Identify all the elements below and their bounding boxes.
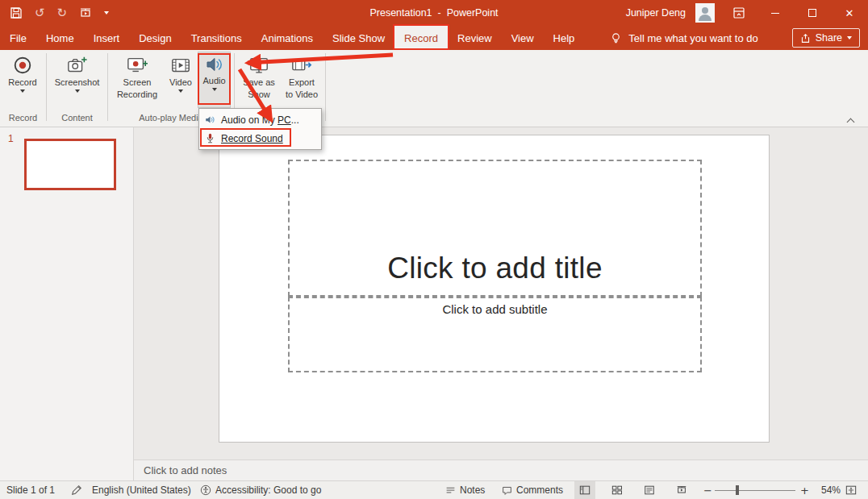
export-to-video-label-line1: Export bbox=[289, 77, 315, 88]
reading-view-button[interactable] bbox=[639, 481, 660, 499]
share-button[interactable]: Share bbox=[792, 28, 860, 48]
screen-recording-button[interactable]: Screen Recording bbox=[111, 52, 164, 108]
tab-file[interactable]: File bbox=[0, 26, 36, 50]
tab-home[interactable]: Home bbox=[36, 26, 84, 50]
zoom-level-label: 54% bbox=[821, 484, 841, 496]
zoom-slider[interactable] bbox=[715, 481, 795, 499]
title-placeholder-text: Click to add title bbox=[387, 252, 603, 285]
chevron-down-icon bbox=[847, 36, 852, 40]
tab-review[interactable]: Review bbox=[448, 26, 502, 50]
tab-design[interactable]: Design bbox=[129, 26, 181, 50]
audio-button[interactable]: Audio bbox=[198, 52, 231, 108]
collapse-ribbon-button[interactable] bbox=[842, 114, 858, 126]
avatar[interactable] bbox=[695, 3, 715, 23]
start-slideshow-button[interactable] bbox=[79, 6, 92, 19]
video-icon bbox=[170, 55, 191, 76]
export-to-video-icon bbox=[291, 55, 312, 76]
undo-button[interactable]: ↺ bbox=[35, 7, 45, 19]
chevron-down-icon bbox=[104, 11, 109, 15]
video-button-label: Video bbox=[169, 77, 192, 88]
save-as-show-button[interactable]: Save as Show bbox=[237, 52, 281, 108]
accessibility-label: Accessibility: Good to go bbox=[215, 484, 321, 496]
save-button[interactable] bbox=[10, 6, 23, 19]
record-button[interactable]: Record bbox=[2, 52, 43, 108]
tab-help[interactable]: Help bbox=[544, 26, 585, 50]
tell-me-box[interactable]: Tell me what you want to do bbox=[610, 26, 757, 50]
comments-icon bbox=[502, 485, 512, 496]
status-bar: Slide 1 of 1 English (United States) Acc… bbox=[0, 480, 868, 499]
tab-transitions[interactable]: Transitions bbox=[182, 26, 252, 50]
menu-item-record-sound[interactable]: Record Sound bbox=[199, 129, 321, 148]
chevron-down-icon bbox=[75, 89, 80, 93]
screenshot-button[interactable]: Screenshot bbox=[48, 52, 106, 108]
save-as-show-icon bbox=[248, 55, 269, 76]
proofing-button[interactable] bbox=[71, 481, 82, 499]
notes-toggle-label: Notes bbox=[460, 484, 485, 496]
tab-slide-show[interactable]: Slide Show bbox=[323, 26, 394, 50]
menu-item-audio-on-my-pc[interactable]: Audio on My PC... bbox=[199, 110, 321, 129]
user-name[interactable]: Juniper Deng bbox=[626, 7, 686, 19]
audio-button-label: Audio bbox=[202, 76, 225, 86]
comments-toggle-button[interactable]: Comments bbox=[502, 481, 563, 499]
language-button[interactable]: English (United States) bbox=[92, 481, 191, 499]
notes-pane[interactable]: Click to add notes bbox=[133, 459, 868, 480]
group-separator bbox=[325, 53, 326, 121]
slide-indicator[interactable]: Slide 1 of 1 bbox=[6, 481, 55, 499]
tab-record[interactable]: Record bbox=[394, 26, 448, 50]
screen-recording-icon bbox=[127, 55, 148, 76]
group-separator bbox=[46, 53, 47, 121]
redo-button[interactable]: ↻ bbox=[57, 7, 68, 19]
slide-sorter-view-button[interactable] bbox=[607, 481, 628, 499]
video-button[interactable]: Video bbox=[165, 52, 197, 108]
notes-icon bbox=[445, 485, 456, 496]
subtitle-placeholder[interactable]: Click to add subtitle bbox=[288, 297, 702, 372]
zoom-out-button[interactable]: − bbox=[703, 481, 712, 499]
notes-toggle-button[interactable]: Notes bbox=[445, 481, 485, 499]
close-button[interactable]: ✕ bbox=[831, 0, 868, 26]
zoom-slider-thumb[interactable] bbox=[736, 485, 739, 495]
tab-animations[interactable]: Animations bbox=[252, 26, 323, 50]
start-slideshow-icon bbox=[79, 6, 92, 19]
slide-show-icon bbox=[676, 484, 687, 496]
zoom-slider-track bbox=[715, 490, 795, 491]
subtitle-placeholder-text: Click to add subtitle bbox=[442, 302, 547, 316]
menu-item-label: Record Sound bbox=[221, 133, 283, 144]
accessibility-button[interactable]: Accessibility: Good to go bbox=[200, 481, 321, 499]
maximize-icon bbox=[808, 9, 816, 17]
screen-recording-label-line1: Screen bbox=[123, 77, 152, 88]
language-label: English (United States) bbox=[92, 484, 191, 496]
title-placeholder[interactable]: Click to add title bbox=[288, 160, 702, 297]
maximize-button[interactable] bbox=[794, 0, 831, 26]
minimize-button[interactable] bbox=[757, 0, 794, 26]
screenshot-button-label: Screenshot bbox=[55, 77, 100, 88]
zoom-in-button[interactable]: + bbox=[800, 481, 809, 499]
tab-view[interactable]: View bbox=[502, 26, 544, 50]
powerpoint-window: ↺ ↻ Presentation1 - PowerPoint Juniper D… bbox=[0, 0, 868, 499]
customize-qat-button[interactable] bbox=[104, 11, 109, 15]
screen-recording-label-line2: Recording bbox=[117, 89, 157, 100]
slide-canvas[interactable]: Click to add title Click to add subtitle bbox=[219, 135, 770, 443]
tab-record-label: Record bbox=[404, 32, 438, 44]
record-icon bbox=[12, 55, 33, 76]
tab-insert[interactable]: Insert bbox=[84, 26, 130, 50]
slide-thumbnail[interactable] bbox=[24, 139, 116, 190]
speaker-icon bbox=[203, 114, 216, 125]
quick-access-toolbar: ↺ ↻ bbox=[0, 6, 109, 19]
normal-view-button[interactable] bbox=[574, 481, 595, 499]
fit-slide-button[interactable] bbox=[845, 481, 857, 499]
menu-item-label: Audio on My PC... bbox=[221, 114, 299, 126]
slide-show-view-button[interactable] bbox=[671, 481, 692, 499]
group-label-record: Record bbox=[0, 112, 46, 125]
chevron-up-icon bbox=[846, 118, 854, 126]
share-label: Share bbox=[816, 32, 842, 44]
export-to-video-button[interactable]: Export to Video bbox=[281, 52, 323, 108]
slide-editor: Click to add title Click to add subtitle bbox=[133, 127, 868, 459]
ribbon-display-options-button[interactable] bbox=[732, 6, 745, 19]
ribbon-display-options-icon bbox=[732, 6, 745, 19]
titlebar-right: Juniper Deng ✕ bbox=[626, 0, 868, 26]
reading-view-icon bbox=[644, 484, 655, 496]
proofing-pen-icon bbox=[71, 484, 82, 496]
zoom-level[interactable]: 54% bbox=[815, 481, 841, 499]
screenshot-icon bbox=[67, 55, 88, 76]
microphone-icon bbox=[203, 133, 216, 143]
